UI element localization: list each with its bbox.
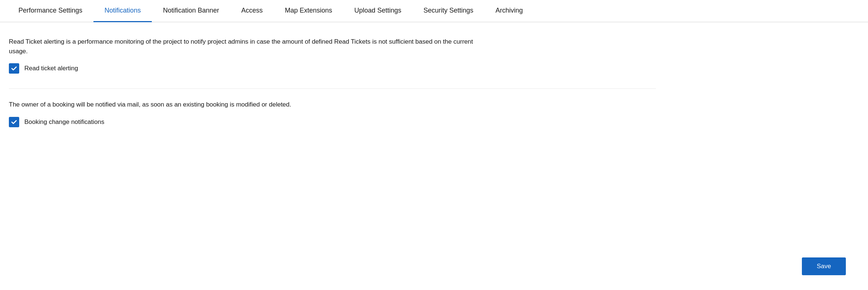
booking-change-description: The owner of a booking will be notified … bbox=[9, 100, 489, 109]
read-ticket-description: Read Ticket alerting is a performance mo… bbox=[9, 37, 489, 56]
tab-notifications[interactable]: Notifications bbox=[93, 0, 152, 22]
footer: Save bbox=[802, 257, 846, 275]
read-ticket-section: Read Ticket alerting is a performance mo… bbox=[9, 37, 656, 74]
tab-map-extensions[interactable]: Map Extensions bbox=[274, 0, 343, 22]
read-ticket-checkbox[interactable] bbox=[9, 63, 19, 74]
tab-bar: Performance Settings Notifications Notif… bbox=[0, 0, 868, 22]
booking-change-section: The owner of a booking will be notified … bbox=[9, 100, 656, 127]
checkmark-icon-2 bbox=[11, 119, 17, 125]
tab-performance-settings[interactable]: Performance Settings bbox=[7, 0, 93, 22]
tab-upload-settings[interactable]: Upload Settings bbox=[343, 0, 412, 22]
tab-notification-banner[interactable]: Notification Banner bbox=[152, 0, 230, 22]
tab-security-settings[interactable]: Security Settings bbox=[412, 0, 484, 22]
booking-change-label: Booking change notifications bbox=[24, 118, 104, 126]
save-button[interactable]: Save bbox=[802, 257, 846, 275]
checkmark-icon bbox=[11, 65, 17, 72]
tab-archiving[interactable]: Archiving bbox=[485, 0, 534, 22]
section-divider bbox=[9, 88, 656, 89]
booking-change-checkbox-row[interactable]: Booking change notifications bbox=[9, 117, 656, 127]
read-ticket-checkbox-row[interactable]: Read ticket alerting bbox=[9, 63, 656, 74]
booking-change-checkbox[interactable] bbox=[9, 117, 19, 127]
read-ticket-label: Read ticket alerting bbox=[24, 65, 78, 72]
tab-access[interactable]: Access bbox=[230, 0, 274, 22]
main-content: Read Ticket alerting is a performance mo… bbox=[0, 22, 868, 157]
